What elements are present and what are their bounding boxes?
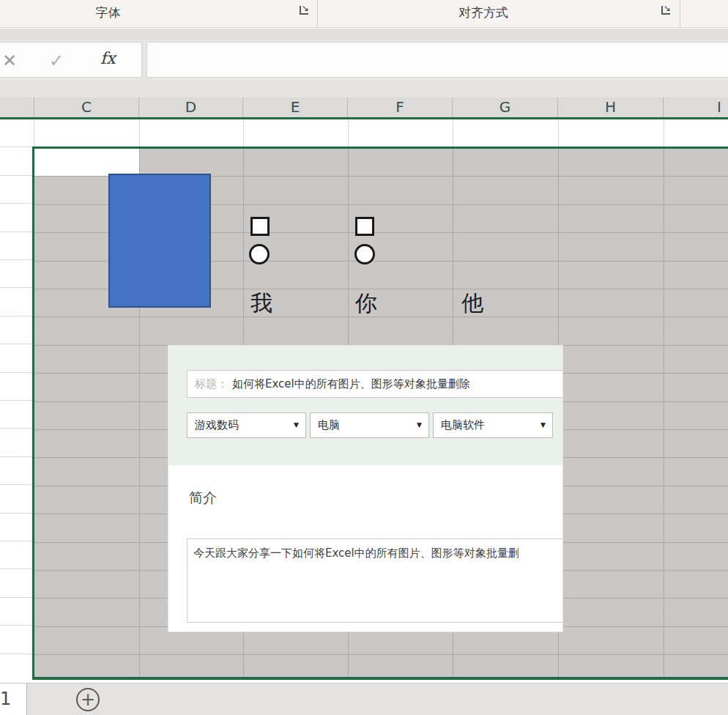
column-header-i[interactable]: I <box>664 97 728 117</box>
cell-text-wo[interactable]: 我 <box>250 289 272 317</box>
ribbon-group-alignment-label: 对齐方式 <box>432 4 535 21</box>
publish-form-panel: 标题：如何将Excel中的所有图片、图形等对象批量删除 游戏数码 ▼ 电脑 ▼ … <box>168 346 562 631</box>
checkbox-shape-2[interactable] <box>355 217 374 236</box>
column-header-f[interactable]: F <box>348 97 453 117</box>
title-input-value: 如何将Excel中的所有图片、图形等对象批量删除 <box>232 377 470 390</box>
chevron-down-icon: ▼ <box>541 413 546 437</box>
radio-shape-2[interactable] <box>354 244 375 264</box>
active-sheet-tab[interactable]: 1 <box>0 683 27 715</box>
title-input[interactable]: 标题：如何将Excel中的所有图片、图形等对象批量删除 <box>187 370 562 398</box>
radio-shape-1[interactable] <box>249 244 270 264</box>
column-header-g[interactable]: G <box>453 97 558 117</box>
intro-textarea[interactable]: 今天跟大家分享一下如何将Excel中的所有图片、图形等对象批量删 <box>187 538 562 623</box>
ribbon-separator <box>680 0 680 28</box>
gridline <box>664 149 664 677</box>
intro-label: 简介 <box>189 489 217 508</box>
gridline <box>34 119 34 147</box>
gridline <box>139 119 140 147</box>
formula-bar-gap <box>0 81 728 97</box>
enter-icon[interactable]: ✓ <box>49 51 64 71</box>
gridline <box>453 119 453 147</box>
add-sheet-button[interactable]: + <box>76 688 100 711</box>
alignment-dialog-launcher-button[interactable]: ↘ <box>659 4 674 18</box>
category-dropdown-1-value: 游戏数码 <box>195 418 239 431</box>
category-dropdown-2[interactable]: 电脑 ▼ <box>310 412 429 438</box>
dialog-launcher-arrow-icon: ↘ <box>302 3 309 13</box>
sheet-tab-label: 1 <box>0 689 11 709</box>
sheet-tab-bar: 1 + <box>0 683 728 715</box>
cell-text-ni[interactable]: 你 <box>355 289 377 317</box>
cell-text-ta[interactable]: 他 <box>461 289 483 317</box>
category-dropdown-2-value: 电脑 <box>318 418 340 431</box>
insert-function-icon[interactable]: fx <box>100 49 116 67</box>
title-input-label: 标题： <box>195 377 228 390</box>
column-header-h[interactable]: H <box>558 97 664 117</box>
blue-rectangle-shape[interactable] <box>108 174 211 308</box>
formula-buttons-box: ✕ ✓ fx <box>0 42 142 78</box>
gridline <box>348 119 349 147</box>
formula-bar: ✕ ✓ fx <box>0 39 728 81</box>
column-headers: C D E F G H I <box>0 97 728 119</box>
ribbon-group-font-label: 字体 <box>73 4 143 21</box>
cancel-icon[interactable]: ✕ <box>2 51 17 71</box>
ribbon-bottom-strip <box>0 29 728 39</box>
excel-window: 字体 ↘ 对齐方式 ↘ ✕ ✓ fx C D E F G H I <box>0 0 728 715</box>
column-header-b-partial[interactable] <box>0 97 34 117</box>
plus-icon: + <box>81 689 95 710</box>
chevron-down-icon: ▼ <box>417 413 422 437</box>
ribbon-separator <box>317 0 318 28</box>
column-header-e[interactable]: E <box>243 97 348 117</box>
gridline <box>664 119 664 147</box>
font-dialog-launcher-button[interactable]: ↘ <box>297 4 312 18</box>
chevron-down-icon: ▼ <box>294 413 299 437</box>
gridline <box>558 119 559 147</box>
category-dropdown-3[interactable]: 电脑软件 ▼ <box>433 412 553 438</box>
active-cell[interactable] <box>34 149 139 176</box>
category-dropdown-3-value: 电脑软件 <box>441 418 485 431</box>
checkbox-shape-1[interactable] <box>250 217 270 236</box>
gridline <box>243 119 244 147</box>
column-header-c[interactable]: C <box>34 97 139 117</box>
column-header-d[interactable]: D <box>139 97 243 117</box>
dialog-launcher-arrow-icon: ↘ <box>664 3 671 13</box>
formula-input[interactable] <box>146 42 728 78</box>
grid-row-unselected[interactable] <box>0 119 728 147</box>
grid-left-column-partial[interactable] <box>0 119 32 683</box>
category-dropdown-1[interactable]: 游戏数码 ▼ <box>187 412 306 438</box>
panel-header-section <box>168 346 562 465</box>
ribbon: 字体 ↘ 对齐方式 ↘ <box>0 0 728 28</box>
